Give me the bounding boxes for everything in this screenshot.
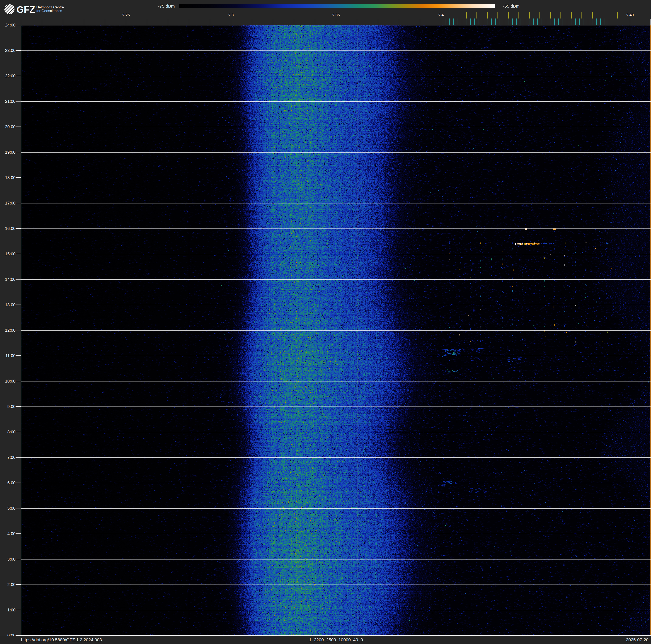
hour-label: 13:00 (1, 302, 16, 307)
ble-channel-tick (550, 19, 550, 25)
hour-tick (17, 381, 21, 381)
freq-axis-label: 2.49 (626, 13, 633, 18)
freq-minor-tick (84, 19, 84, 25)
freq-minor-tick (63, 19, 63, 25)
freq-minor-tick (315, 19, 315, 25)
hour-tick (17, 304, 21, 305)
wifi-channel-tick (487, 12, 488, 19)
hour-label: 24:00 (1, 23, 16, 28)
ble-channel-tick (458, 19, 458, 25)
wifi-channel-tick (539, 12, 540, 19)
hour-label: 7:00 (1, 455, 16, 460)
freq-axis-label: 2.3 (228, 13, 234, 18)
wifi-channel-tick (617, 12, 618, 19)
hour-tick (17, 432, 21, 432)
ble-channel-tick (508, 19, 508, 25)
wifi-channel-tick (560, 12, 561, 19)
ble-channel-tick (517, 19, 517, 25)
ble-channel-tick (525, 19, 525, 25)
ble-channel-tick (474, 19, 475, 25)
ble-channel-tick (554, 19, 555, 25)
ble-channel-tick (462, 19, 462, 25)
freq-minor-tick (210, 19, 210, 25)
doi-link[interactable]: https://doi.org/10.5880/GFZ.1.2.2024.003 (21, 637, 102, 642)
hour-tick (17, 25, 21, 25)
ble-channel-tick (579, 19, 580, 25)
footer: https://doi.org/10.5880/GFZ.1.2.2024.003… (0, 636, 651, 644)
ble-channel-tick (470, 19, 471, 25)
wifi-channel-tick (508, 12, 508, 19)
hour-tick (17, 406, 21, 407)
ble-channel-tick (529, 19, 529, 25)
hour-tick (17, 330, 21, 330)
hour-label: 23:00 (1, 48, 16, 53)
freq-minor-tick (231, 19, 231, 25)
hour-label: 10:00 (1, 379, 16, 384)
hour-label: 6:00 (1, 480, 16, 485)
freq-minor-tick (357, 19, 357, 25)
hour-label: 5:00 (1, 506, 16, 511)
freq-minor-tick (650, 19, 651, 25)
colorbar-min-label: -75 dBm (158, 4, 175, 9)
ble-channel-tick (567, 19, 567, 25)
hour-label: 3:00 (1, 557, 16, 562)
wifi-channel-tick (582, 12, 582, 19)
ble-channel-tick (495, 19, 496, 25)
ble-channel-tick (571, 19, 571, 25)
wifi-channel-tick (497, 12, 498, 19)
ble-channel-tick (483, 19, 483, 25)
hour-label: 4:00 (1, 531, 16, 536)
wifi-channel-tick (592, 12, 593, 19)
gfz-logo-icon (4, 4, 15, 14)
dataset-label: 1_2200_2500_10000_40_0 (309, 637, 363, 642)
hour-tick (17, 126, 21, 127)
wifi-channel-tick (519, 12, 519, 19)
ble-channel-tick (600, 19, 601, 25)
hour-tick (17, 101, 21, 101)
colorbar (179, 4, 495, 8)
freq-minor-tick (336, 19, 336, 25)
hour-tick (17, 50, 21, 51)
hour-tick (17, 76, 21, 76)
hour-label: 16:00 (1, 226, 16, 231)
hour-label: 8:00 (1, 430, 16, 435)
wifi-channel-tick (571, 12, 571, 19)
freq-axis-label: 2.35 (332, 13, 340, 18)
freq-axis-label: 2.4 (438, 13, 443, 18)
ble-channel-tick (546, 19, 546, 25)
freq-minor-tick (294, 19, 294, 25)
hour-tick (17, 533, 21, 534)
hour-tick (17, 457, 21, 458)
wifi-channel-tick (550, 12, 551, 19)
hour-label: 20:00 (1, 124, 16, 129)
ble-channel-tick (575, 19, 576, 25)
ble-channel-tick (558, 19, 559, 25)
hour-label: 22:00 (1, 74, 16, 79)
freq-minor-tick (252, 19, 252, 25)
ble-channel-tick (504, 19, 504, 25)
ble-channel-tick (500, 19, 500, 25)
hour-tick (17, 559, 21, 559)
ble-channel-tick (541, 19, 542, 25)
hour-tick (17, 355, 21, 356)
ble-channel-tick (512, 19, 513, 25)
hour-tick (17, 177, 21, 178)
ble-channel-tick (491, 19, 492, 25)
hour-label: 2:00 (1, 582, 16, 587)
freq-minor-tick (189, 19, 189, 25)
hour-label: 1:00 (1, 608, 16, 612)
wifi-channel-tick (466, 12, 467, 19)
colorbar-max-label: -55 dBm (503, 4, 520, 9)
ble-channel-tick (449, 19, 450, 25)
ble-channel-tick (454, 19, 454, 25)
freq-minor-tick (420, 19, 420, 25)
freq-minor-tick (126, 19, 126, 25)
ble-channel-tick (563, 19, 563, 25)
date-label: 2025-07-20 (626, 637, 649, 642)
freq-minor-tick (378, 19, 378, 25)
hour-tick (17, 228, 21, 229)
ble-channel-tick (537, 19, 538, 25)
freq-minor-tick (441, 19, 441, 25)
ble-channel-tick (584, 19, 584, 25)
hour-tick (17, 254, 21, 254)
